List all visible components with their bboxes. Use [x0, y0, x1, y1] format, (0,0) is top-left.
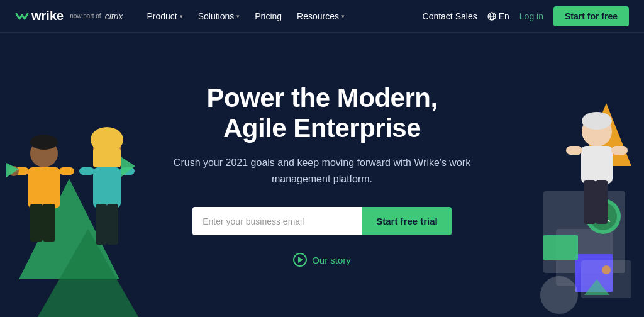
svg-rect-19	[107, 204, 118, 245]
nav-links: Product ▾ Solutions ▾ Pricing Resources …	[140, 8, 422, 25]
svg-rect-41	[566, 146, 582, 155]
nav-resources[interactable]: Resources ▾	[291, 8, 351, 25]
svg-rect-38	[581, 146, 613, 184]
hero-content: Power the Modern, Agile Enterprise Crush…	[158, 83, 486, 267]
svg-rect-16	[93, 148, 121, 167]
svg-rect-39	[584, 180, 596, 224]
svg-rect-26	[543, 235, 578, 260]
nav-pricing[interactable]: Pricing	[248, 8, 288, 25]
logo[interactable]: wrike now part of citrix	[15, 9, 123, 23]
start-free-trial-button[interactable]: Start free trial	[362, 207, 452, 235]
brand-name: wrike	[31, 9, 64, 23]
svg-rect-11	[59, 167, 74, 175]
hero-email-form: Start free trial	[158, 207, 486, 235]
svg-rect-40	[596, 180, 608, 224]
play-triangle-icon	[298, 257, 303, 263]
svg-rect-9	[43, 204, 55, 242]
nav-product[interactable]: Product ▾	[140, 8, 189, 25]
svg-point-31	[540, 276, 578, 314]
svg-rect-20	[79, 167, 94, 175]
navbar: wrike now part of citrix Product ▾ Solut…	[0, 0, 644, 33]
brand-suffix: now part of	[70, 13, 101, 19]
our-story-label: Our story	[312, 255, 351, 265]
svg-point-6	[30, 135, 58, 150]
svg-rect-18	[96, 204, 107, 245]
nav-solutions[interactable]: Solutions ▾	[192, 8, 247, 25]
svg-rect-8	[30, 204, 43, 242]
citrix-brand: citrix	[105, 11, 123, 21]
svg-point-37	[582, 112, 612, 130]
hero-illustration-left	[0, 65, 164, 317]
login-link[interactable]: Log in	[519, 11, 543, 21]
hero-illustration-right	[480, 65, 644, 317]
hero-title: Power the Modern, Agile Enterprise	[158, 83, 486, 144]
svg-rect-7	[28, 167, 60, 208]
language-label: En	[499, 11, 509, 21]
wrike-logo-icon	[15, 11, 29, 22]
svg-point-34	[602, 265, 611, 274]
svg-rect-17	[93, 167, 121, 208]
hero-subtitle: Crush your 2021 goals and keep moving fo…	[158, 155, 486, 187]
contact-sales-link[interactable]: Contact Sales	[423, 11, 477, 21]
nav-right: Contact Sales En Log in Start for free	[423, 6, 629, 26]
our-story-link[interactable]: Our story	[158, 253, 486, 267]
start-for-free-button[interactable]: Start for free	[553, 6, 629, 26]
language-selector[interactable]: En	[487, 11, 509, 21]
chevron-down-icon: ▾	[341, 13, 345, 19]
play-circle-icon	[293, 253, 307, 267]
svg-rect-42	[611, 146, 628, 155]
email-input[interactable]	[192, 207, 362, 235]
hero-section: Power the Modern, Agile Enterprise Crush…	[0, 33, 644, 317]
chevron-down-icon: ▾	[180, 13, 183, 19]
globe-icon	[487, 12, 496, 21]
chevron-down-icon: ▾	[236, 13, 240, 19]
